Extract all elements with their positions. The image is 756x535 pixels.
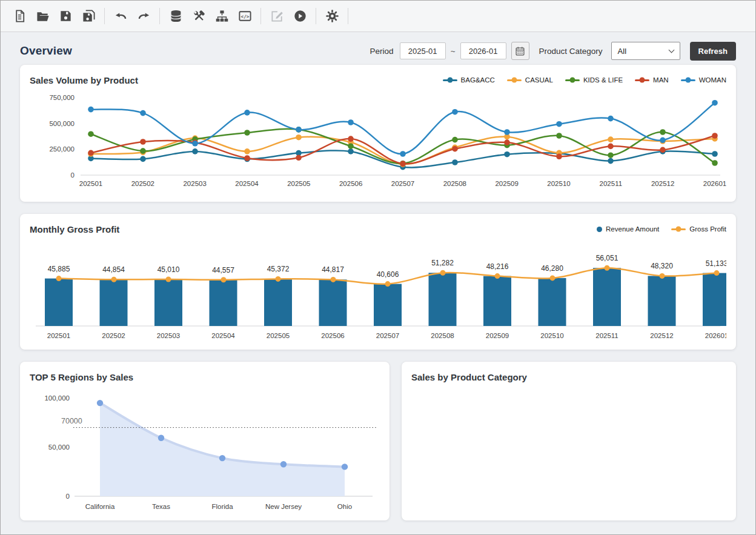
svg-text:California: California [85, 503, 115, 510]
svg-text:202503: 202503 [157, 332, 180, 339]
svg-text:250,000: 250,000 [49, 145, 75, 153]
legend-item[interactable]: MAN [635, 76, 669, 84]
svg-text:New Jersey: New Jersey [265, 503, 302, 510]
sales-by-category-card-head: Sales by Product Category [411, 369, 726, 385]
legend-label: Gross Profit [689, 225, 726, 233]
svg-text:202512: 202512 [650, 332, 673, 339]
svg-text:202507: 202507 [376, 332, 399, 339]
svg-text:45,885: 45,885 [48, 265, 70, 273]
period-separator: ~ [451, 47, 456, 56]
svg-text:202505: 202505 [287, 180, 310, 187]
svg-text:45,372: 45,372 [267, 265, 290, 273]
top5-regions-card: TOP 5 Regions by Sales 100,00050,0000Cal… [20, 362, 390, 520]
legend-line-marker [565, 79, 580, 81]
save-icon[interactable] [54, 5, 77, 28]
toolbar-divider [104, 8, 105, 24]
refresh-button[interactable]: Refresh [690, 42, 736, 61]
open-folder-icon[interactable] [31, 5, 54, 28]
legend-circle-marker [597, 227, 602, 232]
calendar-button[interactable] [511, 42, 529, 60]
product-category-label: Product Category [539, 47, 603, 56]
bottom-row: TOP 5 Regions by Sales 100,00050,0000Cal… [20, 362, 736, 520]
svg-text:Florida: Florida [211, 503, 233, 510]
legend-item[interactable]: WOMAN [681, 76, 726, 84]
legend-item[interactable]: Revenue Amount [597, 225, 659, 233]
sales-volume-legend: BAG&ACCCASUALKIDS & LIFEMANWOMAN [443, 76, 726, 84]
sitemap-icon[interactable] [210, 5, 233, 28]
gear-icon[interactable] [320, 5, 343, 28]
svg-text:0: 0 [71, 171, 75, 179]
svg-text:50,000: 50,000 [48, 444, 70, 451]
tools-icon[interactable] [187, 5, 210, 28]
sales-by-category-title: Sales by Product Category [411, 372, 527, 382]
legend-label: KIDS & LIFE [583, 76, 623, 84]
code-icon[interactable]: </> [233, 5, 256, 28]
top5-regions-title: TOP 5 Regions by Sales [30, 372, 133, 382]
sales-volume-card-head: Sales Volume by Product BAG&ACCCASUALKID… [30, 72, 726, 88]
svg-text:202506: 202506 [339, 180, 362, 187]
filter-controls: Period ~ Product Category [370, 42, 736, 61]
svg-text:202601: 202601 [705, 332, 726, 339]
svg-text:202503: 202503 [183, 180, 206, 187]
svg-text:44,817: 44,817 [322, 265, 344, 274]
svg-text:</>: </> [240, 14, 249, 19]
svg-text:750,000: 750,000 [49, 94, 75, 101]
chevron-down-icon [668, 47, 674, 53]
undo-icon[interactable] [109, 5, 132, 28]
svg-text:202512: 202512 [651, 180, 674, 187]
sales-volume-card: Sales Volume by Product BAG&ACCCASUALKID… [20, 65, 736, 202]
legend-label: BAG&ACC [461, 76, 495, 84]
calendar-icon [515, 46, 525, 56]
toolbar-divider [348, 8, 348, 24]
save-all-icon[interactable] [77, 5, 100, 28]
legend-label: MAN [653, 76, 669, 84]
svg-text:46,280: 46,280 [541, 264, 563, 273]
gross-profit-card: Monthly Gross Profit Revenue AmountGross… [20, 214, 736, 350]
svg-text:202510: 202510 [540, 332, 563, 339]
legend-line-marker [443, 79, 457, 81]
legend-item[interactable]: KIDS & LIFE [565, 76, 623, 84]
top5-regions-chart: 100,00050,0000CaliforniaTexasFloridaNew … [30, 385, 380, 513]
toolbar-divider [316, 8, 316, 24]
series-man [88, 133, 718, 167]
svg-text:202510: 202510 [547, 180, 570, 187]
svg-text:45,010: 45,010 [158, 265, 180, 274]
page-header: Overview Period ~ [20, 38, 736, 64]
dashboard-content: Overview Period ~ [1, 32, 755, 534]
toolbar-divider [159, 8, 160, 24]
play-icon[interactable] [288, 5, 311, 28]
database-icon[interactable] [164, 5, 187, 28]
svg-text:202601: 202601 [703, 180, 726, 187]
svg-text:202511: 202511 [600, 180, 623, 187]
legend-label: CASUAL [525, 76, 553, 84]
svg-text:51,282: 51,282 [431, 259, 454, 267]
legend-item[interactable]: CASUAL [507, 76, 553, 84]
toolbar: </> [1, 1, 755, 32]
svg-text:202504: 202504 [235, 180, 259, 187]
legend-line-marker [681, 79, 695, 81]
gross-profit-legend: Revenue AmountGross Profit [597, 225, 726, 233]
svg-text:48,216: 48,216 [486, 262, 509, 271]
svg-text:202502: 202502 [102, 332, 125, 339]
legend-label: WOMAN [699, 76, 726, 84]
top5-regions-card-head: TOP 5 Regions by Sales [30, 369, 380, 385]
period-from-input[interactable] [400, 42, 446, 59]
svg-text:202508: 202508 [443, 180, 466, 187]
legend-label: Revenue Amount [606, 225, 659, 233]
period-to-input[interactable] [460, 42, 506, 59]
product-category-select[interactable]: All [611, 42, 680, 60]
new-file-icon[interactable] [8, 5, 31, 28]
legend-item[interactable]: BAG&ACC [443, 76, 495, 84]
redo-icon[interactable] [132, 5, 155, 28]
period-label: Period [370, 47, 394, 56]
gross-profit-title: Monthly Gross Profit [30, 224, 119, 234]
sales-volume-chart: 0250,000500,000750,000202501202502202503… [30, 88, 726, 194]
legend-line-marker [671, 228, 686, 230]
legend-line-marker [507, 79, 522, 81]
svg-text:40,606: 40,606 [377, 270, 399, 279]
legend-item[interactable]: Gross Profit [671, 225, 726, 233]
svg-text:100,000: 100,000 [44, 394, 70, 402]
svg-text:202509: 202509 [486, 332, 509, 339]
svg-text:56,051: 56,051 [596, 254, 618, 262]
edit-icon [265, 5, 288, 28]
